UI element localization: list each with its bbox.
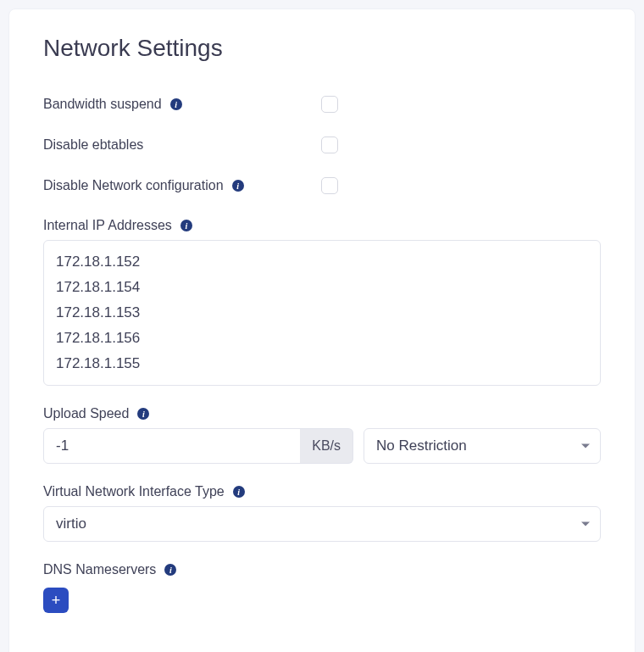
upload-speed-unit: KB/s (300, 428, 353, 464)
dns-nameservers-label-text: DNS Nameservers (43, 562, 156, 577)
list-item[interactable]: 172.18.1.155 (56, 351, 588, 376)
chevron-down-icon (581, 522, 590, 527)
internal-ips-section: Internal IP Addresses i 172.18.1.152 172… (43, 218, 601, 386)
info-icon[interactable]: i (164, 564, 176, 576)
info-icon[interactable]: i (170, 98, 182, 110)
upload-speed-label-text: Upload Speed (43, 406, 129, 421)
upload-speed-section: Upload Speed i KB/s No Restriction (43, 406, 601, 464)
disable-ebtables-label: Disable ebtables (43, 137, 143, 153)
vnic-type-select[interactable]: virtio (43, 506, 601, 542)
bandwidth-suspend-row: Bandwidth suspend i (43, 96, 601, 113)
upload-speed-input[interactable] (43, 428, 301, 464)
disable-net-config-label-text: Disable Network configuration (43, 178, 224, 193)
upload-speed-label: Upload Speed i (43, 406, 601, 421)
internal-ips-label-text: Internal IP Addresses (43, 218, 172, 233)
upload-speed-restriction-value: No Restriction (376, 437, 467, 454)
internal-ips-box: 172.18.1.152 172.18.1.154 172.18.1.153 1… (43, 240, 601, 386)
internal-ips-label: Internal IP Addresses i (43, 218, 601, 233)
info-icon[interactable]: i (232, 180, 244, 192)
chevron-down-icon (581, 444, 590, 449)
info-icon[interactable]: i (233, 486, 245, 498)
network-settings-card: Network Settings Bandwidth suspend i Dis… (8, 8, 636, 652)
vnic-type-label: Virtual Network Interface Type i (43, 484, 601, 499)
list-item[interactable]: 172.18.1.152 (56, 249, 588, 275)
bandwidth-suspend-checkbox[interactable] (321, 96, 338, 113)
add-dns-button[interactable]: + (43, 588, 69, 613)
disable-ebtables-label-text: Disable ebtables (43, 137, 143, 153)
info-icon[interactable]: i (180, 220, 192, 231)
disable-ebtables-row: Disable ebtables (43, 137, 601, 153)
disable-net-config-label: Disable Network configuration i (43, 178, 244, 193)
list-item[interactable]: 172.18.1.153 (56, 300, 588, 326)
vnic-type-section: Virtual Network Interface Type i virtio (43, 484, 601, 542)
dns-nameservers-label: DNS Nameservers i (43, 562, 601, 577)
vnic-type-value: virtio (56, 515, 86, 532)
bandwidth-suspend-label-text: Bandwidth suspend (43, 97, 162, 112)
info-icon[interactable]: i (137, 408, 149, 420)
upload-speed-restriction-select[interactable]: No Restriction (364, 428, 601, 464)
bandwidth-suspend-label: Bandwidth suspend i (43, 97, 182, 112)
disable-net-config-row: Disable Network configuration i (43, 177, 601, 194)
dns-nameservers-section: DNS Nameservers i + (43, 562, 601, 613)
vnic-type-label-text: Virtual Network Interface Type (43, 484, 225, 499)
list-item[interactable]: 172.18.1.154 (56, 275, 588, 300)
page-title: Network Settings (43, 35, 601, 62)
list-item[interactable]: 172.18.1.156 (56, 326, 588, 351)
disable-ebtables-checkbox[interactable] (321, 137, 338, 153)
disable-net-config-checkbox[interactable] (321, 177, 338, 194)
